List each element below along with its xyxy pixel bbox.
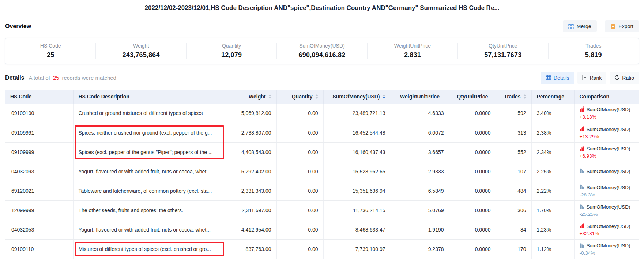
tab-details[interactable]: Details — [541, 72, 574, 84]
cell-sum_of_money: 16,452,544.48 — [323, 123, 391, 142]
cell-qty_unit_price: 0.0000 — [449, 162, 496, 181]
column-label: SumOfMoney(USD) — [332, 94, 380, 100]
stat-item: WeightUnitPrice2.831 — [367, 43, 457, 59]
cell-quantity: 0.00 — [276, 162, 323, 181]
comparison-metric: SumOfMoney(USD) — [587, 169, 630, 174]
comparison-metric: SumOfMoney(USD) — [587, 127, 630, 132]
cell-percentage: 1.12% — [531, 239, 574, 259]
cell-weight_unit_price: 9.2378 — [391, 239, 449, 259]
trend-down-icon — [580, 184, 585, 191]
stat-item: HS Code25 — [5, 43, 95, 59]
comparison-change: +3.13% — [580, 114, 634, 120]
overview-stats-card: HS Code25Weight243,765,864Quantity12,079… — [5, 38, 639, 64]
stat-value: 12,079 — [187, 51, 276, 59]
table-row: 09109190Crushed or ground mixtures of di… — [5, 104, 639, 123]
cell-qty_unit_price: 0.0000 — [449, 239, 496, 259]
tab-details-label: Details — [554, 75, 569, 81]
cell-weight: 5,069,812.00 — [226, 104, 276, 123]
cell-hs_code: 04032053 — [5, 220, 73, 239]
tab-ratio-label: Ratio — [622, 75, 634, 81]
comparison-cell: SumOfMoney(USD)-25.25% — [574, 200, 639, 220]
cell-weight_unit_price: 4.6333 — [391, 104, 449, 123]
cell-qty_unit_price: 0.0000 — [449, 142, 496, 162]
cell-percentage: 2.22% — [531, 181, 574, 200]
cell-description: The other seeds, fruits and spores: the … — [73, 200, 226, 220]
cell-quantity: 0.00 — [276, 220, 323, 239]
cell-trades: 170 — [496, 239, 531, 259]
stat-label: SumOfMoney(USD) — [277, 43, 367, 49]
column-label: QtyUnitPrice — [457, 94, 488, 100]
table-header-row: HS CodeHS Code DescriptionWeightQuantity… — [5, 90, 639, 104]
stat-item: SumOfMoney(USD)690,094,616.82 — [276, 43, 367, 59]
comparison-change: +32.81% — [580, 231, 634, 236]
cell-weight_unit_price: 3.6657 — [391, 142, 449, 162]
cell-weight: 2,331,343.00 — [226, 181, 276, 200]
cell-weight_unit_price: 5.0769 — [391, 200, 449, 220]
cell-weight_unit_price: 2.9333 — [391, 162, 449, 181]
cell-sum_of_money: 7,739,100.97 — [323, 239, 391, 259]
comparison-cell: SumOfMoney(USD)-28.3% — [574, 181, 639, 200]
cell-sum_of_money: 11,736,214.15 — [323, 200, 391, 220]
column-header-trades[interactable]: Trades — [496, 90, 531, 104]
cell-hs_code: 09109190 — [5, 104, 73, 123]
comparison-metric: SumOfMoney(USD) — [587, 107, 630, 112]
comparison-cell: SumOfMoney(USD)-0.34% — [574, 239, 639, 259]
column-header-comparison: Comparison — [574, 90, 639, 104]
column-label: WeightUnitPrice — [400, 94, 440, 100]
sort-icon[interactable] — [523, 94, 526, 99]
cell-weight: 2,311,697.00 — [226, 200, 276, 220]
cell-trades: 84 — [496, 220, 531, 239]
export-button[interactable]: Export — [605, 20, 639, 32]
sort-icon[interactable] — [315, 94, 318, 99]
sort-icon[interactable] — [383, 94, 385, 99]
overview-header-row: Overview Merge Export — [5, 20, 639, 32]
page-title: 2022/12/02-2023/12/01,HS Code Descriptio… — [0, 0, 644, 12]
table-row: 12099999The other seeds, fruits and spor… — [5, 200, 639, 220]
cell-quantity: 0.00 — [276, 123, 323, 142]
column-header-quantity[interactable]: Quantity — [276, 90, 323, 104]
tab-rank[interactable]: Rank — [577, 72, 607, 84]
column-label: Trades — [504, 94, 520, 100]
comparison-metric: SumOfMoney(USD) — [587, 146, 630, 151]
stat-label: WeightUnitPrice — [368, 43, 457, 49]
comparison-change: -0.34% — [580, 250, 634, 256]
table-row: 09109991Spices, neither crushed nor grou… — [5, 123, 639, 142]
cell-weight_unit_price: 6.5849 — [391, 181, 449, 200]
cell-hs_code: 09109991 — [5, 123, 73, 142]
cell-qty_unit_price: 0.0000 — [449, 200, 496, 220]
cell-description: Mixtures of different types of spices (e… — [73, 239, 226, 259]
column-header-qty_unit_price: QtyUnitPrice — [449, 90, 496, 104]
cell-hs_code: 04032093 — [5, 162, 73, 181]
cell-description: Spices (excl. pepper of the genus "Piper… — [73, 142, 226, 162]
column-header-sum_of_money[interactable]: SumOfMoney(USD) — [323, 90, 391, 104]
details-summary: Details A total of 25 records were match… — [5, 75, 116, 81]
column-label: Weight — [249, 94, 265, 100]
stat-item: Weight243,765,864 — [95, 43, 186, 59]
cell-weight_unit_price: 1.9190 — [391, 220, 449, 239]
trend-down-icon — [580, 204, 585, 210]
sort-icon[interactable] — [268, 94, 271, 99]
cell-weight: 4,412,954.00 — [226, 220, 276, 239]
table-row: 09109110Mixtures of different types of s… — [5, 239, 639, 259]
cell-sum_of_money: 15,523,962.65 — [323, 162, 391, 181]
cell-weight: 4,408,543.00 — [226, 142, 276, 162]
stat-value: 25 — [5, 51, 95, 59]
cell-hs_code: 09109999 — [5, 142, 73, 162]
column-header-weight[interactable]: Weight — [226, 90, 276, 104]
merge-button[interactable]: Merge — [563, 20, 597, 32]
cell-sum_of_money: 8,468,633.47 — [323, 220, 391, 239]
stat-item: QtyUnitPrice57,131.7673 — [457, 43, 548, 59]
cell-percentage: 3.40% — [531, 104, 574, 123]
cell-qty_unit_price: 0.0000 — [449, 104, 496, 123]
cell-weight: 837,763.00 — [226, 239, 276, 259]
cell-trades: 592 — [496, 104, 531, 123]
tab-ratio[interactable]: Ratio — [610, 72, 639, 84]
stat-label: Quantity — [187, 43, 276, 49]
overview-actions: Merge Export — [563, 20, 639, 32]
stat-value: 690,094,616.82 — [277, 51, 367, 59]
stat-value: 243,765,864 — [96, 51, 186, 59]
column-header-description: HS Code Description — [73, 90, 226, 104]
export-button-label: Export — [619, 23, 633, 29]
merge-button-label: Merge — [577, 23, 591, 29]
cell-weight: 5,292,402.00 — [226, 162, 276, 181]
